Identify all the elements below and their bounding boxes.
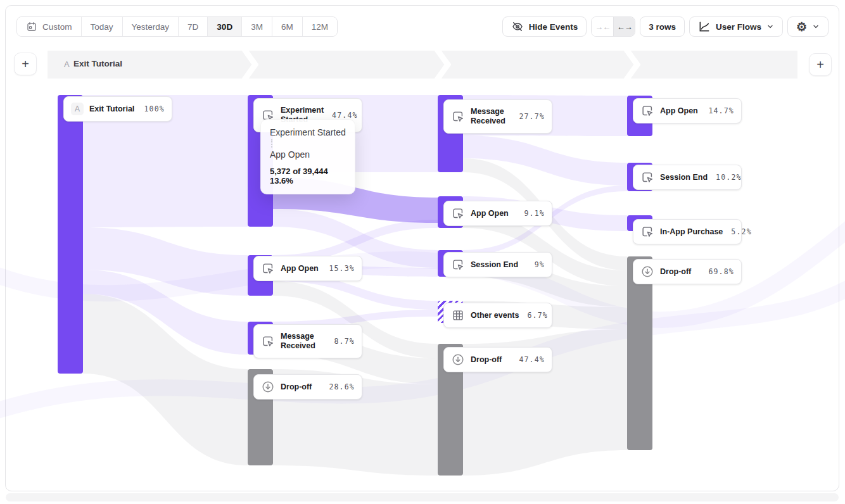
- rows-label: 3 rows: [649, 22, 676, 32]
- eye-off-icon: [511, 20, 524, 33]
- step-chevron-separator: [624, 51, 640, 79]
- calendar-icon: [26, 21, 37, 32]
- node-percent: 69.8%: [706, 267, 734, 276]
- collapse-columns-button[interactable]: →←: [592, 17, 613, 36]
- node-label: Session End: [471, 260, 526, 270]
- node-label: In-App Purchase: [660, 227, 723, 237]
- node-label: Exit Tutorial: [89, 104, 136, 114]
- event-cursor-icon: [451, 110, 465, 123]
- flow-node-session4[interactable]: Session End10.2%: [633, 165, 742, 190]
- event-cursor-icon: [451, 206, 465, 220]
- hide-events-label: Hide Events: [529, 22, 578, 32]
- event-cursor-icon: [261, 334, 275, 348]
- flow-node-exit[interactable]: AExit Tutorial100%: [63, 96, 172, 122]
- drop-off-icon: [640, 265, 654, 279]
- node-percent: 14.7%: [706, 106, 734, 115]
- node-percent: 9%: [532, 260, 545, 269]
- date-range-group: CustomTodayYesterday7D30D3M6M12M: [16, 16, 338, 37]
- date-range-12m[interactable]: 12M: [302, 17, 337, 36]
- rows-button[interactable]: 3 rows: [640, 16, 685, 37]
- flow-ribbon[interactable]: [463, 135, 627, 186]
- date-range-label: Custom: [42, 22, 72, 32]
- node-label: Other events: [471, 311, 519, 320]
- hide-events-button[interactable]: Hide Events: [502, 16, 587, 37]
- tooltip-source-event: Experiment Started: [270, 127, 346, 137]
- flow-node-dropoff4[interactable]: Drop-off69.8%: [633, 259, 742, 284]
- flow-steps-bar[interactable]: A Exit Tutorial: [48, 51, 797, 79]
- drop-off-icon: [451, 353, 465, 367]
- date-range-label: 30D: [217, 22, 232, 32]
- toolbar: CustomTodayYesterday7D30D3M6M12M Hide Ev…: [16, 16, 829, 37]
- event-cursor-icon: [640, 104, 654, 118]
- flow-node-appopen2[interactable]: App Open15.3%: [253, 256, 362, 281]
- sankey-bar-exit[interactable]: [58, 95, 83, 374]
- node-label: App Open: [281, 264, 321, 274]
- drop-off-icon: [261, 380, 275, 394]
- step-letter-badge: A: [71, 103, 84, 115]
- date-range-label: 7D: [187, 22, 198, 32]
- flow-node-dropoff2[interactable]: Drop-off28.6%: [253, 374, 362, 400]
- event-cursor-icon: [261, 261, 275, 275]
- node-label: App Open: [471, 209, 516, 218]
- node-percent: 47.4%: [516, 355, 545, 364]
- flow-node-session3[interactable]: Session End9%: [443, 252, 552, 277]
- node-percent: 8.7%: [332, 337, 355, 346]
- sankey-bar-dropoff4[interactable]: [627, 256, 652, 450]
- step-letter: A: [64, 60, 70, 69]
- node-label: Drop-off: [281, 382, 321, 392]
- node-label: Session End: [660, 173, 708, 182]
- date-range-3m[interactable]: 3M: [241, 17, 272, 36]
- date-range-yesterday[interactable]: Yesterday: [122, 17, 179, 36]
- expand-columns-button[interactable]: ←→: [613, 17, 635, 36]
- flow-node-message2[interactable]: Message Received8.7%: [253, 324, 362, 358]
- user-flows-page: AExit Tutorial100%Experiment Started47.4…: [0, 0, 845, 504]
- date-range-label: Today: [91, 22, 113, 32]
- flow-node-appopen3[interactable]: App Open9.1%: [443, 201, 552, 226]
- node-label: Drop-off: [660, 267, 700, 277]
- node-percent: 9.1%: [522, 209, 545, 218]
- view-selector-dropdown[interactable]: User Flows: [689, 16, 783, 37]
- date-range-label: 12M: [312, 22, 328, 32]
- date-range-6m[interactable]: 6M: [272, 17, 302, 36]
- node-label: Message Received: [471, 107, 511, 126]
- date-range-label: Yesterday: [132, 22, 170, 32]
- date-range-30d[interactable]: 30D: [207, 17, 241, 36]
- date-range-label: 3M: [251, 22, 263, 32]
- node-label: App Open: [660, 106, 700, 116]
- flow-node-message3[interactable]: Message Received27.7%: [443, 99, 552, 134]
- node-percent: 10.2%: [713, 173, 742, 182]
- view-label: User Flows: [716, 22, 761, 32]
- flow-node-dropoff3[interactable]: Drop-off47.4%: [443, 347, 552, 372]
- step-chevron-separator: [435, 51, 451, 79]
- chevron-down-icon: [812, 23, 820, 30]
- toolbar-right-controls: Hide Events →← ←→ 3 rows User Flows: [502, 16, 829, 37]
- node-percent: 27.7%: [516, 112, 545, 121]
- event-cursor-icon: [640, 170, 654, 184]
- add-step-right-button[interactable]: +: [809, 53, 832, 76]
- node-percent: 47.4%: [329, 111, 358, 120]
- node-percent: 15.3%: [326, 264, 355, 273]
- tooltip-connector: [271, 139, 272, 148]
- node-percent: 28.6%: [326, 382, 355, 391]
- date-range-7d[interactable]: 7D: [178, 17, 207, 36]
- tooltip-stat: 5,372 of 39,444 13.6%: [270, 167, 346, 186]
- add-step-left-button[interactable]: +: [14, 53, 37, 75]
- flow-tooltip: Experiment Started App Open 5,372 of 39,…: [260, 119, 355, 194]
- date-range-label: 6M: [281, 22, 293, 32]
- column-width-toggle: →← ←→: [591, 16, 635, 37]
- grid-icon: [451, 308, 465, 322]
- node-percent: 6.7%: [524, 311, 548, 320]
- step-chevron-separator: [242, 51, 258, 79]
- flow-node-appopen4[interactable]: App Open14.7%: [633, 98, 742, 123]
- chevron-down-icon: [766, 23, 774, 30]
- flow-node-iap4[interactable]: In-App Purchase5.2%: [633, 219, 742, 244]
- date-range-custom[interactable]: Custom: [17, 17, 81, 36]
- settings-button[interactable]: ⚙: [787, 16, 829, 37]
- flow-node-other3[interactable]: Other events6.7%: [443, 303, 552, 328]
- gear-icon: ⚙: [796, 21, 807, 33]
- date-range-today[interactable]: Today: [81, 17, 122, 36]
- step-label: Exit Tutorial: [73, 59, 122, 68]
- tooltip-target-event: App Open: [270, 149, 346, 160]
- event-cursor-icon: [640, 225, 654, 239]
- node-percent: 5.2%: [728, 227, 752, 236]
